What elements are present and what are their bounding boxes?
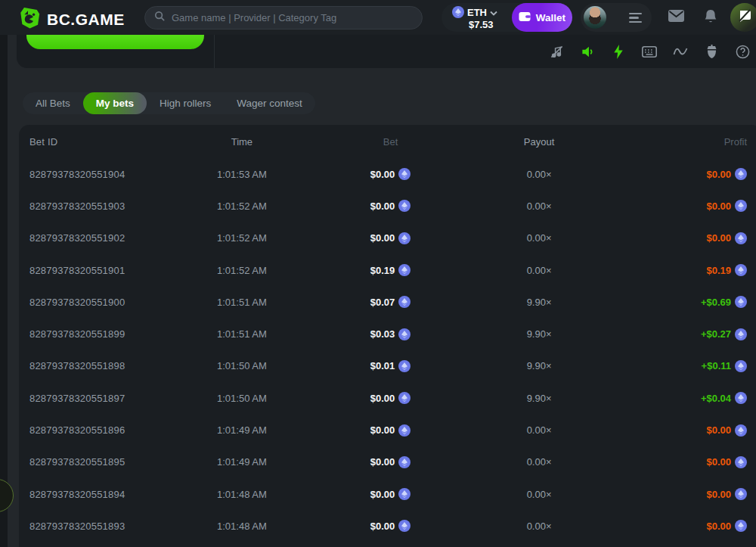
bell-icon[interactable] — [704, 9, 717, 28]
chat-toggle-button[interactable] — [730, 3, 756, 32]
bcgame-logo-icon — [20, 7, 40, 32]
table-row[interactable]: 82879378320551903 1:01:52 AM $0.00 0.00×… — [19, 190, 756, 222]
bet-profit: $0.00 — [706, 424, 731, 436]
bet-profit-cell: $0.00 — [613, 520, 756, 532]
table-row[interactable]: 82879378320551893 1:01:48 AM $0.00 0.00×… — [19, 510, 756, 542]
table-row[interactable]: 82879378320551901 1:01:52 AM $0.19 0.00×… — [19, 254, 756, 286]
bets-tabs: All Bets My bets High rollers Wager cont… — [23, 92, 315, 114]
seed-acorn-icon[interactable] — [704, 44, 719, 59]
bet-amount-cell: $0.01 — [316, 360, 465, 372]
eth-coin-icon — [735, 360, 747, 372]
search-bar[interactable] — [144, 6, 423, 30]
bet-time: 1:01:48 AM — [168, 489, 317, 500]
bet-id: 82879378320551896 — [19, 424, 168, 436]
table-row[interactable]: 82879378320551898 1:01:50 AM $0.01 9.90×… — [19, 350, 756, 382]
table-row[interactable]: 82879378320551894 1:01:48 AM $0.00 0.00×… — [19, 478, 756, 510]
bet-payout: 0.00× — [465, 424, 614, 436]
bet-id: 82879378320551900 — [19, 297, 168, 308]
eth-coin-icon — [398, 488, 411, 500]
balance-wallet-group: ETH $7.53 Wallet — [442, 3, 572, 32]
table-row[interactable]: 82879378320551904 1:01:53 AM $0.00 0.00×… — [19, 158, 756, 190]
music-off-icon[interactable] — [549, 44, 564, 59]
bet-profit-cell: $0.00 — [613, 488, 756, 500]
tab-all-bets[interactable]: All Bets — [23, 92, 83, 114]
chevron-down-icon — [490, 5, 497, 19]
bet-profit: $0.00 — [706, 456, 731, 468]
sound-on-icon[interactable] — [580, 44, 595, 59]
game-toolbar — [549, 35, 750, 68]
table-row[interactable]: 82879378320551897 1:01:50 AM $0.00 9.90×… — [19, 382, 756, 414]
currency-code: ETH — [467, 7, 487, 18]
eth-coin-icon — [398, 232, 411, 244]
header-time: Time — [168, 136, 317, 148]
bet-amount: $0.00 — [370, 489, 395, 500]
chat-disabled-icon — [737, 8, 752, 26]
table-row[interactable]: 82879378320551902 1:01:52 AM $0.00 0.00×… — [19, 222, 756, 254]
mail-icon[interactable] — [668, 10, 684, 25]
bet-time: 1:01:49 AM — [168, 424, 317, 436]
bet-payout: 0.00× — [465, 232, 614, 244]
bet-amount: $0.00 — [370, 169, 395, 180]
eth-coin-icon — [735, 200, 747, 212]
bet-amount: $0.00 — [370, 521, 395, 532]
eth-coin-icon — [398, 392, 411, 404]
bet-amount-cell: $0.00 — [316, 424, 465, 437]
avatar[interactable] — [584, 6, 606, 29]
bet-payout: 9.90× — [465, 393, 614, 404]
eth-coin-icon — [735, 424, 747, 437]
table-header: Bet ID Time Bet Payout Profit — [19, 125, 756, 158]
tab-high-rollers[interactable]: High rollers — [147, 92, 224, 114]
eth-coin-icon — [735, 232, 747, 244]
bet-profit: $0.00 — [706, 169, 731, 180]
eth-coin-icon — [398, 296, 411, 308]
bet-amount: $0.00 — [370, 200, 395, 212]
bet-profit-cell: +$0.04 — [613, 392, 756, 404]
bet-payout: 0.00× — [465, 169, 614, 180]
eth-coin-icon — [735, 392, 747, 404]
eth-coin-icon — [735, 264, 747, 276]
bet-amount: $0.03 — [370, 328, 395, 340]
eth-coin-icon — [735, 488, 747, 500]
bet-payout: 9.90× — [465, 360, 614, 371]
bet-profit-cell: $0.00 — [613, 424, 756, 437]
profile-menu[interactable] — [581, 3, 652, 32]
eth-coin-icon — [398, 424, 411, 437]
live-stats-wave-icon[interactable] — [673, 44, 688, 59]
bets-table: Bet ID Time Bet Payout Profit 8287937832… — [19, 125, 756, 547]
help-question-icon[interactable] — [735, 44, 750, 59]
currency-selector[interactable]: ETH $7.53 — [452, 5, 497, 30]
eth-coin-icon — [735, 328, 747, 340]
edge-floating-button[interactable] — [0, 479, 14, 512]
bet-amount-cell: $0.00 — [316, 200, 465, 212]
bet-id: 82879378320551898 — [19, 360, 168, 371]
table-row[interactable]: 82879378320551896 1:01:49 AM $0.00 0.00×… — [19, 414, 756, 446]
turbo-lightning-icon[interactable] — [611, 44, 626, 59]
bet-amount-cell: $0.00 — [316, 168, 465, 180]
eth-coin-icon — [398, 456, 411, 468]
bet-profit-cell: $0.00 — [613, 232, 756, 244]
table-row[interactable]: 82879378320551899 1:01:51 AM $0.03 9.90×… — [19, 318, 756, 350]
search-icon — [154, 11, 166, 25]
bet-button[interactable] — [26, 35, 204, 49]
bet-profit: $0.00 — [706, 521, 731, 532]
bet-amount-cell: $0.19 — [316, 264, 465, 276]
bet-profit-cell: $0.00 — [613, 456, 756, 468]
bet-time: 1:01:52 AM — [168, 265, 317, 276]
bet-amount-cell: $0.00 — [316, 232, 465, 244]
bet-id: 82879378320551901 — [19, 265, 168, 276]
bet-profit-cell: +$0.69 — [613, 296, 756, 308]
wallet-icon — [519, 11, 531, 24]
eth-coin-icon — [398, 200, 411, 212]
table-body: 82879378320551904 1:01:53 AM $0.00 0.00×… — [19, 158, 756, 542]
tab-my-bets[interactable]: My bets — [83, 92, 147, 114]
table-row[interactable]: 82879378320551895 1:01:49 AM $0.00 0.00×… — [19, 446, 756, 478]
tab-wager-contest[interactable]: Wager contest — [224, 92, 315, 114]
hotkeys-keyboard-icon[interactable] — [642, 44, 657, 59]
bet-payout: 0.00× — [465, 265, 614, 276]
bet-time: 1:01:50 AM — [168, 360, 317, 371]
search-input[interactable] — [172, 12, 413, 23]
table-row[interactable]: 82879378320551900 1:01:51 AM $0.07 9.90×… — [19, 286, 756, 318]
bcgame-logo[interactable]: BC.GAME — [20, 7, 125, 32]
bet-time: 1:01:49 AM — [168, 456, 317, 468]
wallet-button[interactable]: Wallet — [512, 3, 572, 32]
